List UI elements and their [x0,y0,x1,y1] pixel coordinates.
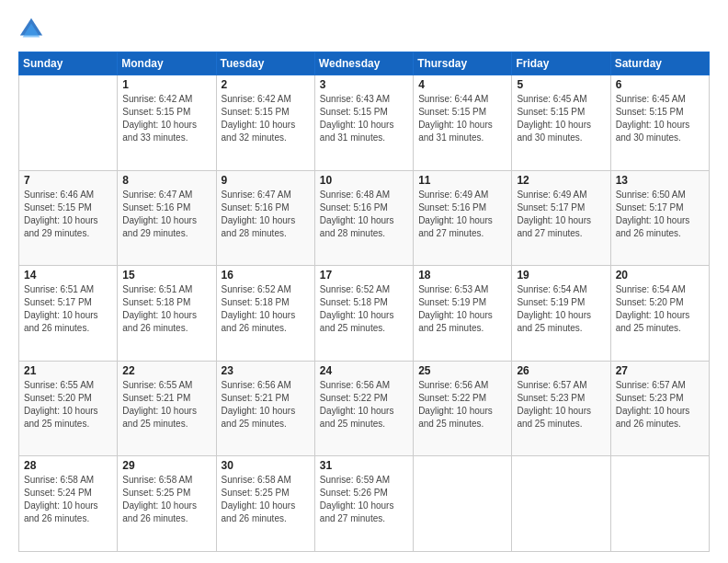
calendar-header-friday: Friday [512,52,610,75]
calendar-cell: 2Sunrise: 6:42 AM Sunset: 5:15 PM Daylig… [216,75,314,171]
calendar-header-tuesday: Tuesday [216,52,314,75]
day-number: 19 [517,269,605,282]
day-info: Sunrise: 6:50 AM Sunset: 5:17 PM Dayligh… [616,189,704,240]
day-info: Sunrise: 6:57 AM Sunset: 5:23 PM Dayligh… [616,379,704,431]
calendar-cell [512,456,610,552]
calendar-header-row: SundayMondayTuesdayWednesdayThursdayFrid… [19,52,710,75]
day-number: 29 [122,459,210,472]
day-info: Sunrise: 6:49 AM Sunset: 5:16 PM Dayligh… [418,189,506,240]
calendar-week-row: 1Sunrise: 6:42 AM Sunset: 5:15 PM Daylig… [19,75,710,171]
logo-icon [18,17,44,42]
calendar-cell: 24Sunrise: 6:56 AM Sunset: 5:22 PM Dayli… [314,361,413,456]
calendar-cell: 6Sunrise: 6:45 AM Sunset: 5:15 PM Daylig… [610,75,709,171]
day-info: Sunrise: 6:52 AM Sunset: 5:18 PM Dayligh… [222,283,310,335]
calendar-cell: 1Sunrise: 6:42 AM Sunset: 5:15 PM Daylig… [118,75,216,171]
calendar-cell: 4Sunrise: 6:44 AM Sunset: 5:15 PM Daylig… [414,75,512,171]
day-info: Sunrise: 6:45 AM Sunset: 5:15 PM Dayligh… [616,93,704,144]
day-number: 8 [122,174,210,187]
calendar-cell [414,456,512,552]
calendar-cell: 28Sunrise: 6:58 AM Sunset: 5:24 PM Dayli… [19,456,118,552]
day-number: 23 [222,364,310,377]
day-number: 10 [320,174,408,187]
day-number: 20 [616,269,704,282]
calendar-cell: 16Sunrise: 6:52 AM Sunset: 5:18 PM Dayli… [216,266,314,362]
day-number: 12 [517,174,605,187]
day-info: Sunrise: 6:47 AM Sunset: 5:16 PM Dayligh… [122,189,210,240]
day-info: Sunrise: 6:57 AM Sunset: 5:23 PM Dayligh… [517,379,605,431]
day-info: Sunrise: 6:56 AM Sunset: 5:22 PM Dayligh… [320,379,408,431]
calendar-cell: 5Sunrise: 6:45 AM Sunset: 5:15 PM Daylig… [512,75,610,171]
day-number: 17 [320,269,408,282]
calendar-table: SundayMondayTuesdayWednesdayThursdayFrid… [18,52,710,552]
day-number: 5 [517,78,605,91]
day-number: 30 [222,459,310,472]
calendar-cell [610,456,709,552]
calendar-week-row: 28Sunrise: 6:58 AM Sunset: 5:24 PM Dayli… [19,456,710,552]
day-info: Sunrise: 6:43 AM Sunset: 5:15 PM Dayligh… [320,93,408,144]
day-number: 21 [24,364,112,377]
day-info: Sunrise: 6:53 AM Sunset: 5:19 PM Dayligh… [418,283,506,335]
calendar-cell: 15Sunrise: 6:51 AM Sunset: 5:18 PM Dayli… [118,266,216,362]
day-info: Sunrise: 6:51 AM Sunset: 5:18 PM Dayligh… [122,283,210,335]
calendar-cell: 23Sunrise: 6:56 AM Sunset: 5:21 PM Dayli… [216,361,314,456]
calendar-cell: 17Sunrise: 6:52 AM Sunset: 5:18 PM Dayli… [314,266,413,362]
calendar-cell: 29Sunrise: 6:58 AM Sunset: 5:25 PM Dayli… [118,456,216,552]
day-number: 13 [616,174,704,187]
day-info: Sunrise: 6:47 AM Sunset: 5:16 PM Dayligh… [222,189,310,240]
day-number: 25 [418,364,506,377]
day-number: 11 [418,174,506,187]
day-number: 31 [320,459,408,472]
calendar-cell: 19Sunrise: 6:54 AM Sunset: 5:19 PM Dayli… [512,266,610,362]
calendar-cell: 27Sunrise: 6:57 AM Sunset: 5:23 PM Dayli… [610,361,709,456]
day-number: 1 [122,78,210,91]
day-info: Sunrise: 6:54 AM Sunset: 5:19 PM Dayligh… [517,283,605,335]
day-number: 28 [24,459,112,472]
calendar-header-wednesday: Wednesday [314,52,413,75]
calendar-cell: 13Sunrise: 6:50 AM Sunset: 5:17 PM Dayli… [610,170,709,266]
calendar-cell: 30Sunrise: 6:58 AM Sunset: 5:25 PM Dayli… [216,456,314,552]
day-number: 14 [24,269,112,282]
day-number: 22 [122,364,210,377]
day-info: Sunrise: 6:59 AM Sunset: 5:26 PM Dayligh… [320,474,408,525]
calendar-cell: 8Sunrise: 6:47 AM Sunset: 5:16 PM Daylig… [118,170,216,266]
day-info: Sunrise: 6:49 AM Sunset: 5:17 PM Dayligh… [517,189,605,240]
calendar-cell: 21Sunrise: 6:55 AM Sunset: 5:20 PM Dayli… [19,361,118,456]
logo [18,17,48,42]
day-info: Sunrise: 6:58 AM Sunset: 5:25 PM Dayligh… [122,474,210,525]
day-number: 24 [320,364,408,377]
day-info: Sunrise: 6:48 AM Sunset: 5:16 PM Dayligh… [320,189,408,240]
calendar-cell: 26Sunrise: 6:57 AM Sunset: 5:23 PM Dayli… [512,361,610,456]
calendar-cell: 10Sunrise: 6:48 AM Sunset: 5:16 PM Dayli… [314,170,413,266]
day-number: 2 [222,78,310,91]
day-info: Sunrise: 6:54 AM Sunset: 5:20 PM Dayligh… [616,283,704,335]
day-info: Sunrise: 6:58 AM Sunset: 5:25 PM Dayligh… [222,474,310,525]
page: SundayMondayTuesdayWednesdayThursdayFrid… [0,0,728,563]
day-number: 26 [517,364,605,377]
day-info: Sunrise: 6:58 AM Sunset: 5:24 PM Dayligh… [24,474,112,525]
calendar-cell: 3Sunrise: 6:43 AM Sunset: 5:15 PM Daylig… [314,75,413,171]
day-number: 7 [24,174,112,187]
calendar-week-row: 7Sunrise: 6:46 AM Sunset: 5:15 PM Daylig… [19,170,710,266]
day-number: 16 [222,269,310,282]
day-number: 18 [418,269,506,282]
calendar-cell: 31Sunrise: 6:59 AM Sunset: 5:26 PM Dayli… [314,456,413,552]
day-number: 6 [616,78,704,91]
calendar-cell [19,75,118,171]
calendar-cell: 9Sunrise: 6:47 AM Sunset: 5:16 PM Daylig… [216,170,314,266]
calendar-cell: 11Sunrise: 6:49 AM Sunset: 5:16 PM Dayli… [414,170,512,266]
day-info: Sunrise: 6:55 AM Sunset: 5:20 PM Dayligh… [24,379,112,431]
day-info: Sunrise: 6:56 AM Sunset: 5:21 PM Dayligh… [222,379,310,431]
calendar-cell: 20Sunrise: 6:54 AM Sunset: 5:20 PM Dayli… [610,266,709,362]
calendar-week-row: 21Sunrise: 6:55 AM Sunset: 5:20 PM Dayli… [19,361,710,456]
day-number: 3 [320,78,408,91]
day-number: 27 [616,364,704,377]
day-info: Sunrise: 6:46 AM Sunset: 5:15 PM Dayligh… [24,189,112,240]
day-number: 4 [418,78,506,91]
calendar-cell: 14Sunrise: 6:51 AM Sunset: 5:17 PM Dayli… [19,266,118,362]
calendar-cell: 12Sunrise: 6:49 AM Sunset: 5:17 PM Dayli… [512,170,610,266]
day-info: Sunrise: 6:42 AM Sunset: 5:15 PM Dayligh… [222,93,310,144]
day-info: Sunrise: 6:42 AM Sunset: 5:15 PM Dayligh… [122,93,210,144]
calendar-cell: 18Sunrise: 6:53 AM Sunset: 5:19 PM Dayli… [414,266,512,362]
calendar-cell: 25Sunrise: 6:56 AM Sunset: 5:22 PM Dayli… [414,361,512,456]
calendar-header-thursday: Thursday [414,52,512,75]
